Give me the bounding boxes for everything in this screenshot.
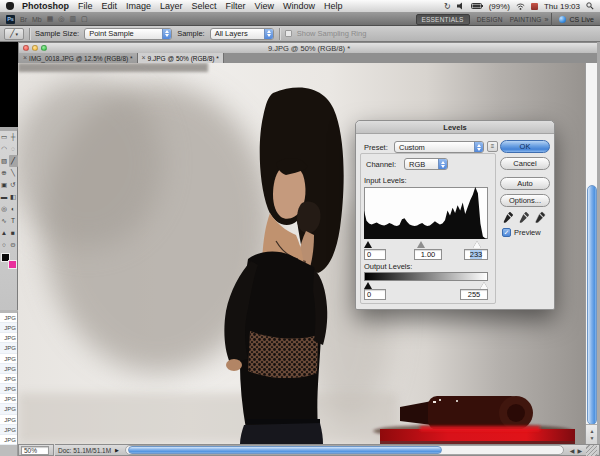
hand-tool[interactable]: ○ [0,239,9,251]
window-resize-grip[interactable] [586,445,597,456]
tab-close-icon[interactable]: × [23,53,27,63]
brush-tool[interactable]: ╲ [9,167,18,179]
shape-tool[interactable]: ■ [9,227,18,239]
input-menu-flag-icon[interactable] [531,3,538,10]
sample-size-popup[interactable]: Point Sample [84,28,172,40]
gradient-tool[interactable]: ◧ [9,191,18,203]
eyedropper-tool[interactable]: ╱ [9,155,18,167]
menu-view[interactable]: View [255,1,274,11]
file-list-item[interactable]: JPG [0,435,17,445]
show-sampling-ring-checkbox[interactable] [285,30,292,37]
channel-popup[interactable]: RGB [404,158,448,170]
white-point-eyedropper-icon[interactable] [534,211,546,223]
bridge-icon[interactable]: Br [20,16,27,23]
file-list-item[interactable]: JPG [0,415,17,425]
menu-select[interactable]: Select [192,1,217,11]
preset-options-icon[interactable]: ≡ [487,141,498,152]
mini-bridge-icon[interactable]: Mb [32,16,42,23]
menu-image[interactable]: Image [126,1,151,11]
output-black-field[interactable]: 0 [364,289,386,300]
horizontal-scrollbar[interactable] [125,445,564,455]
preset-popup[interactable]: Custom [394,141,484,153]
workspace-design[interactable]: DESIGN [477,16,503,23]
file-list-item[interactable]: JPG [0,404,17,414]
battery-icon[interactable] [471,3,483,9]
menu-window[interactable]: Window [283,1,315,11]
file-list-item[interactable]: JPG [0,333,17,343]
ok-button[interactable]: OK [500,140,550,153]
menu-file[interactable]: File [78,1,93,11]
menu-photoshop[interactable]: Photoshop [22,1,69,11]
minimize-window-icon[interactable] [32,45,38,51]
cancel-button[interactable]: Cancel [500,157,550,170]
menu-help[interactable]: Help [324,1,343,11]
clone-stamp-tool[interactable]: ▣ [0,179,9,191]
status-popup-arrow-icon[interactable]: ▶ [115,447,119,453]
input-black-slider[interactable] [364,241,372,248]
spotlight-icon[interactable] [586,2,594,10]
crop-tool[interactable]: ▧ [0,155,9,167]
pen-tool[interactable]: ∿ [0,215,9,227]
levels-dialog-title[interactable]: Levels [356,121,554,134]
auto-button[interactable]: Auto [500,177,550,190]
sample-popup[interactable]: All Layers [210,28,274,40]
history-brush-tool[interactable]: ↺ [9,179,18,191]
menu-edit[interactable]: Edit [102,1,118,11]
volume-icon[interactable] [457,2,465,10]
zoom-window-icon[interactable] [41,45,47,51]
wifi-icon[interactable] [516,3,525,10]
output-black-slider[interactable] [364,282,372,289]
sync-spinner-icon[interactable]: ↻ [444,2,451,11]
move-tool[interactable]: ┼ [9,131,18,143]
input-white-slider[interactable] [473,241,481,248]
file-list-item[interactable]: JPG [0,343,17,353]
file-list-item[interactable]: JPG [0,323,17,333]
preview-checkbox[interactable]: ✓ [502,228,511,237]
quick-selection-tool[interactable]: ◌ [9,143,18,155]
file-list-item[interactable]: JPG [0,425,17,435]
black-point-eyedropper-icon[interactable] [502,211,514,223]
gray-point-eyedropper-icon[interactable] [518,211,530,223]
close-window-icon[interactable] [23,45,29,51]
tool-preset-picker[interactable]: ╱▾ [4,28,24,40]
file-list-item[interactable]: JPG [0,384,17,394]
tab-9-jpg[interactable]: × 9.JPG @ 50% (RGB/8) * [138,53,224,63]
apple-menu-icon[interactable] [6,2,14,10]
file-list-item[interactable]: JPG [0,313,17,323]
input-gamma-slider[interactable] [417,241,425,248]
screen-mode-icon[interactable]: ▢ [81,15,88,23]
menu-layer[interactable]: Layer [160,1,183,11]
path-selection-tool[interactable]: ▲ [0,227,9,239]
workspace-essentials[interactable]: ESSENTIALS [416,14,470,25]
tab-img-0018[interactable]: × IMG_0018.JPG @ 12.5% (RGB/8) * [19,53,138,63]
view-extras-icon[interactable]: ▦ [47,15,54,23]
rectangular-marquee-tool[interactable]: ▭ [0,131,9,143]
arrange-documents-icon[interactable]: ▥ [69,15,76,23]
workspace-overflow-icon[interactable]: » [545,16,549,23]
blur-tool[interactable]: ◎ [0,203,9,215]
file-list-item[interactable]: JPG [0,394,17,404]
file-list-item[interactable]: JPG [0,374,17,384]
zoom-level-icon[interactable]: ◎ [58,15,64,23]
input-black-field[interactable]: 0 [364,249,386,260]
cs-live-button[interactable]: CS Live [551,13,594,26]
options-button[interactable]: Options... [500,194,550,207]
zoom-level-field[interactable]: 50% [21,446,49,455]
dodge-tool[interactable]: ◐ [9,203,18,215]
lasso-tool[interactable]: ◠ [0,143,9,155]
vertical-scrollbar[interactable]: ▲▼ [585,63,597,444]
healing-brush-tool[interactable]: ⊕ [0,167,9,179]
menu-bar-clock[interactable]: Thu 19:03 [544,2,580,11]
background-color-swatch[interactable] [8,260,17,269]
type-tool[interactable]: T [9,215,18,227]
horizontal-scrollbar-thumb[interactable] [128,446,442,454]
horizontal-scroll-arrows[interactable]: ◀▶ [570,447,582,454]
document-window-titlebar[interactable]: 9.JPG @ 50% (RGB/8) * [18,42,600,53]
output-white-field[interactable]: 255 [460,289,488,300]
zoom-tool[interactable]: ⊙ [9,239,18,251]
eraser-tool[interactable]: ▬ [0,191,9,203]
menu-filter[interactable]: Filter [226,1,246,11]
file-list-item[interactable]: JPG [0,354,17,364]
workspace-painting[interactable]: PAINTING [510,16,542,23]
file-list-item[interactable]: JPG [0,364,17,374]
